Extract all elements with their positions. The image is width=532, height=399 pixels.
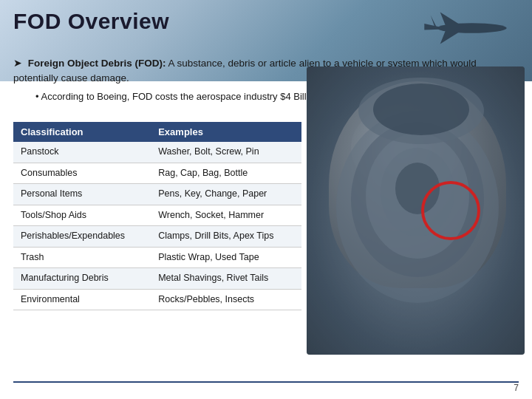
cell-examples: Rocks/Pebbles, Insects (151, 289, 301, 310)
bullet-dot: • (35, 91, 39, 102)
cell-classification: Personal Items (13, 184, 151, 205)
table-row: PanstockWasher, Bolt, Screw, Pin (13, 142, 301, 163)
cell-classification: Consumables (13, 163, 151, 184)
cell-classification: Tools/Shop Aids (13, 205, 151, 226)
sub-bullet-text: According to Boeing, FOD costs the aeros… (41, 91, 340, 102)
aircraft-icon (421, 6, 510, 50)
table-row: Tools/Shop AidsWrench, Socket, Hammer (13, 205, 301, 226)
engine-svg (307, 66, 525, 355)
fod-label: Foreign Object Debris (FOD): (28, 58, 166, 69)
bottom-divider (13, 381, 519, 383)
table-row: TrashPlastic Wrap, Used Tape (13, 247, 301, 268)
engine-photo (307, 66, 525, 355)
table-row: EnvironmentalRocks/Pebbles, Insects (13, 289, 301, 310)
cell-classification: Perishables/Expendables (13, 226, 151, 248)
header-examples: Examples (151, 122, 301, 142)
page-number: 7 (514, 383, 519, 393)
header-classification: Classification (13, 122, 151, 142)
table-row: Manufacturing DebrisMetal Shavings, Rive… (13, 268, 301, 290)
cell-examples: Washer, Bolt, Screw, Pin (151, 142, 301, 163)
cell-classification: Environmental (13, 289, 151, 310)
cell-classification: Trash (13, 247, 151, 268)
classification-table-container: Classification Examples PanstockWasher, … (13, 122, 301, 310)
cell-classification: Manufacturing Debris (13, 268, 151, 290)
svg-marker-4 (424, 24, 439, 30)
slide: FOD Overview ➤ Foreign Object Debris (FO… (0, 0, 532, 399)
cell-examples: Pens, Key, Change, Paper (151, 184, 301, 205)
arrow-icon: ➤ (13, 57, 22, 69)
cell-examples: Wrench, Socket, Hammer (151, 205, 301, 226)
svg-point-13 (373, 83, 469, 135)
table-row: ConsumablesRag, Cap, Bag, Bottle (13, 163, 301, 184)
engine-image-area (307, 66, 525, 355)
cell-examples: Metal Shavings, Rivet Tails (151, 268, 301, 290)
classification-table: Classification Examples PanstockWasher, … (13, 122, 301, 310)
table-row: Personal ItemsPens, Key, Change, Paper (13, 184, 301, 205)
cell-examples: Plastic Wrap, Used Tape (151, 247, 301, 268)
page-title: FOD Overview (13, 9, 169, 34)
cell-examples: Rag, Cap, Bag, Bottle (151, 163, 301, 184)
cell-examples: Clamps, Drill Bits, Apex Tips (151, 226, 301, 248)
table-row: Perishables/ExpendablesClamps, Drill Bit… (13, 226, 301, 248)
cell-classification: Panstock (13, 142, 151, 163)
table-header-row: Classification Examples (13, 122, 301, 142)
